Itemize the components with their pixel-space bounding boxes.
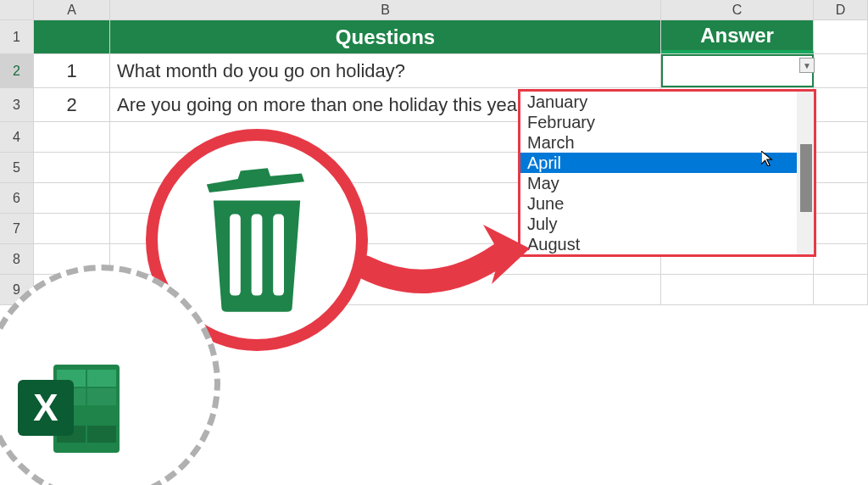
dropdown-item-may[interactable]: May [520,173,797,193]
svg-rect-2 [273,215,284,296]
excel-logo-icon: X [13,358,123,460]
svg-rect-11 [87,426,116,443]
cell-A5[interactable] [34,153,110,182]
row-header-7[interactable]: 7 [0,214,34,243]
cell-D8[interactable] [814,244,868,274]
row-header-5[interactable]: 5 [0,153,34,182]
chevron-down-icon: ▼ [803,61,811,70]
cell-D1[interactable] [814,20,868,53]
row-2: 2 1 What month do you go on holiday? [0,54,868,88]
cell-A6[interactable] [34,183,110,213]
arrow-annotation-icon [356,208,542,309]
cell-A1[interactable] [34,20,110,53]
cell-B2[interactable]: What month do you go on holiday? [110,54,661,87]
column-headers-row: A B C D [0,0,868,20]
dropdown-item-march[interactable]: March [520,132,797,153]
row-header-2[interactable]: 2 [0,54,34,87]
col-header-A[interactable]: A [34,0,110,20]
dropdown-item-june[interactable]: June [520,193,797,214]
select-all-corner[interactable] [0,0,34,20]
dropdown-items-container: January February March April May June Ju… [520,92,797,254]
svg-rect-0 [230,215,241,296]
dropdown-item-april[interactable]: April [520,153,797,173]
cell-B1-questions-header[interactable]: Questions [110,20,661,53]
row-header-1[interactable]: 1 [0,20,34,53]
row-header-6[interactable]: 6 [0,183,34,213]
svg-text:X: X [33,387,58,428]
cell-A3[interactable]: 2 [34,88,110,121]
cell-D5[interactable] [814,153,868,182]
row-1: 1 Questions Answer [0,20,868,54]
svg-rect-7 [87,388,116,405]
col-header-B[interactable]: B [110,0,661,20]
col-header-C[interactable]: C [661,0,814,20]
excel-badge: X [0,265,220,485]
col-header-D[interactable]: D [814,0,868,20]
cell-A4[interactable] [34,122,110,152]
dropdown-arrow-button[interactable]: ▼ [799,58,815,73]
cell-D7[interactable] [814,214,868,243]
dropdown-item-january[interactable]: January [520,92,797,112]
row-header-4[interactable]: 4 [0,122,34,152]
cell-D9[interactable] [814,275,868,304]
row-header-3[interactable]: 3 [0,88,34,121]
dropdown-scrollbar[interactable] [797,92,814,254]
cell-C9[interactable] [661,275,814,304]
dropdown-item-august[interactable]: August [520,234,797,254]
dropdown-item-february[interactable]: February [520,112,797,132]
cell-C2-selected[interactable] [661,54,814,87]
svg-rect-1 [252,215,263,296]
cell-D2[interactable] [814,54,868,87]
cell-A7[interactable] [34,214,110,243]
dropdown-item-july[interactable]: July [520,214,797,234]
cell-A2[interactable]: 1 [34,54,110,87]
svg-rect-9 [87,407,116,424]
dropdown-list: January February March April May June Ju… [518,89,816,257]
cell-D3[interactable] [814,88,868,121]
cell-D4[interactable] [814,122,868,152]
scrollbar-thumb[interactable] [800,144,812,212]
svg-rect-5 [87,370,116,387]
cell-C1-answer-header[interactable]: Answer [661,20,814,53]
cell-D6[interactable] [814,183,868,213]
